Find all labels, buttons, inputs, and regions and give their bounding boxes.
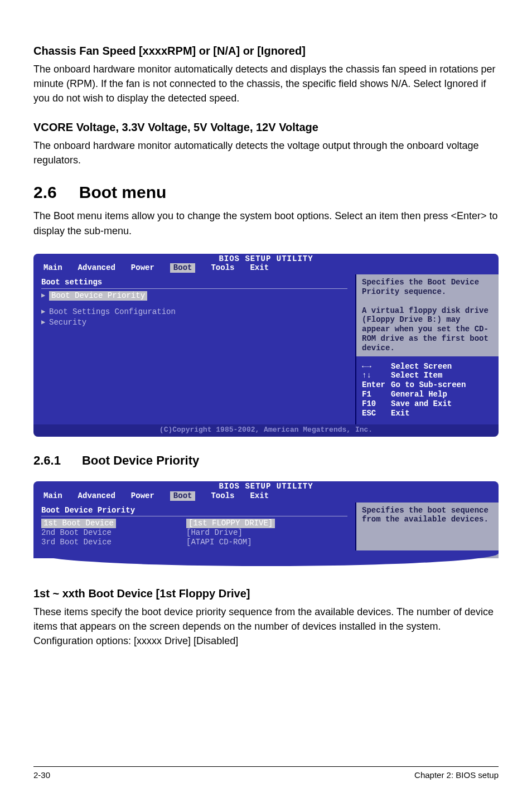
body-boot-menu: The Boot menu items allow you to change … bbox=[33, 209, 499, 238]
tab-power[interactable]: Power bbox=[131, 491, 154, 501]
bios-copyright: (C)Copyright 1985-2002, American Megatre… bbox=[33, 424, 499, 437]
heading-boot-menu: 2.6Boot menu bbox=[33, 183, 499, 202]
key-label: Select Screen bbox=[391, 362, 452, 371]
tab-advanced[interactable]: Advanced bbox=[78, 263, 115, 273]
key-icon: F10 bbox=[362, 399, 391, 409]
bios-help-text: Specifies the boot sequence from the ava… bbox=[356, 503, 499, 558]
row-value: [ATAPI CD-ROM] bbox=[186, 538, 252, 547]
sub-title: Boot Device Priority bbox=[82, 453, 199, 467]
row-label: 2nd Boot Device bbox=[41, 528, 186, 538]
menu-label: Boot Settings Configuration bbox=[49, 307, 176, 317]
key-icon: ESC bbox=[362, 409, 391, 418]
key-icon: Enter bbox=[362, 380, 391, 390]
bios-right-pane: Specifies the boot sequence from the ava… bbox=[356, 503, 499, 558]
bios-header: BIOS SETUP UTILITY bbox=[33, 481, 499, 491]
tab-main[interactable]: Main bbox=[43, 263, 62, 273]
triangle-icon: ▶ bbox=[41, 308, 49, 316]
chapter-title: Boot menu bbox=[79, 183, 167, 201]
triangle-icon: ▶ bbox=[41, 318, 49, 326]
tab-power[interactable]: Power bbox=[131, 263, 154, 273]
key-label: Select Item bbox=[391, 371, 442, 380]
key-icon: F1 bbox=[362, 390, 391, 399]
row-2nd-boot[interactable]: 2nd Boot Device [Hard Drive] bbox=[41, 528, 347, 538]
key-label: Exit bbox=[391, 409, 410, 418]
heading-vcore: VCORE Voltage, 3.3V Voltage, 5V Voltage,… bbox=[33, 121, 499, 134]
key-icon: ←→ bbox=[362, 362, 391, 371]
bios-panel-boot-priority: BIOS SETUP UTILITY Main Advanced Power B… bbox=[33, 481, 499, 571]
bios-help-text: Specifies the Boot Device Priority seque… bbox=[356, 274, 499, 356]
tab-exit[interactable]: Exit bbox=[250, 263, 269, 273]
bios-left-pane: Boot Device Priority 1st Boot Device [1s… bbox=[33, 503, 356, 558]
tab-tools[interactable]: Tools bbox=[211, 263, 234, 273]
key-label: General Help bbox=[391, 390, 447, 399]
footer-page-number: 2-30 bbox=[33, 770, 50, 780]
row-value: [Hard Drive] bbox=[186, 528, 243, 538]
heading-chassis: Chassis Fan Speed [xxxxRPM] or [N/A] or … bbox=[33, 45, 499, 57]
bios-tabs: Main Advanced Power Boot Tools Exit bbox=[33, 491, 499, 503]
row-value: [1st FLOPPY DRIVE] bbox=[186, 519, 275, 528]
key-label: Save and Exit bbox=[391, 399, 452, 409]
bios-panel-boot-settings: BIOS SETUP UTILITY Main Advanced Power B… bbox=[33, 254, 499, 437]
bios-left-pane: Boot settings ▶ Boot Device Priority ▶ B… bbox=[33, 274, 356, 424]
tab-boot[interactable]: Boot bbox=[170, 491, 196, 501]
bios-left-title: Boot Device Priority bbox=[41, 506, 347, 515]
row-3rd-boot[interactable]: 3rd Boot Device [ATAPI CD-ROM] bbox=[41, 538, 347, 547]
menu-boot-device-priority[interactable]: ▶ Boot Device Priority bbox=[41, 291, 347, 301]
bios-header: BIOS SETUP UTILITY bbox=[33, 254, 499, 264]
triangle-icon: ▶ bbox=[41, 292, 49, 299]
body-vcore: The onboard hardware monitor automatical… bbox=[33, 138, 499, 167]
row-label: 1st Boot Device bbox=[41, 519, 116, 528]
key-label: Go to Sub-screen bbox=[391, 380, 466, 390]
tab-boot[interactable]: Boot bbox=[170, 263, 196, 273]
footer-chapter: Chapter 2: BIOS setup bbox=[414, 770, 499, 780]
body-chassis: The onboard hardware monitor automatical… bbox=[33, 62, 499, 105]
panel-curve bbox=[33, 558, 499, 571]
bios-key-legend: ←→Select Screen ↑↓Select Item EnterGo to… bbox=[356, 356, 499, 425]
heading-boot-device-priority: 2.6.1Boot Device Priority bbox=[33, 453, 499, 468]
menu-security[interactable]: ▶ Security bbox=[41, 318, 347, 327]
tab-advanced[interactable]: Advanced bbox=[78, 491, 115, 501]
sub-number: 2.6.1 bbox=[33, 453, 61, 467]
row-label: 3rd Boot Device bbox=[41, 538, 186, 547]
tab-main[interactable]: Main bbox=[43, 491, 62, 501]
heading-first-boot-device: 1st ~ xxth Boot Device [1st Floppy Drive… bbox=[33, 587, 499, 600]
chapter-number: 2.6 bbox=[33, 183, 57, 201]
tab-tools[interactable]: Tools bbox=[211, 491, 234, 501]
tab-exit[interactable]: Exit bbox=[250, 491, 269, 501]
bios-divider bbox=[41, 288, 347, 289]
row-1st-boot[interactable]: 1st Boot Device [1st FLOPPY DRIVE] bbox=[41, 519, 347, 528]
bios-divider bbox=[41, 516, 347, 516]
page-footer: 2-30 Chapter 2: BIOS setup bbox=[33, 766, 499, 780]
menu-label: Boot Device Priority bbox=[49, 291, 147, 301]
menu-label: Security bbox=[49, 318, 86, 327]
body-first-boot-device: These items specify the boot device prio… bbox=[33, 605, 499, 648]
bios-left-title: Boot settings bbox=[41, 278, 347, 287]
bios-tabs: Main Advanced Power Boot Tools Exit bbox=[33, 263, 499, 274]
bios-right-pane: Specifies the Boot Device Priority seque… bbox=[356, 274, 499, 424]
menu-boot-settings-config[interactable]: ▶ Boot Settings Configuration bbox=[41, 307, 347, 317]
key-icon: ↑↓ bbox=[362, 371, 391, 380]
